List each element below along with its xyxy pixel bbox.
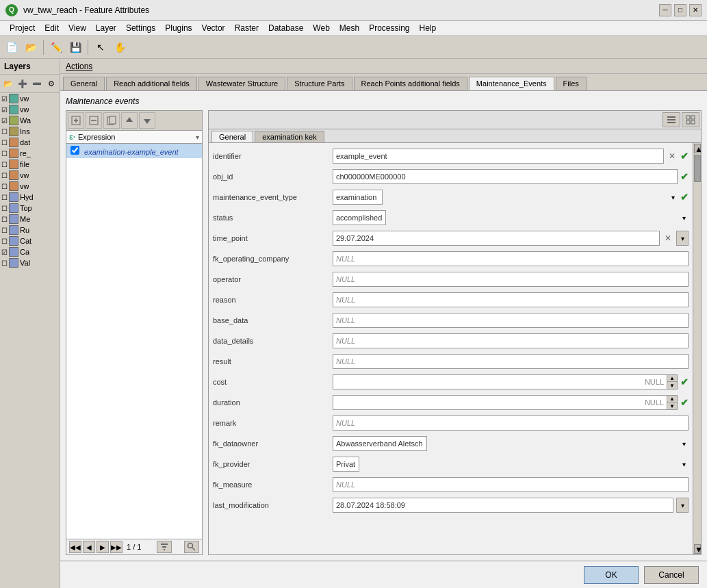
input-result[interactable] xyxy=(333,354,689,369)
layer-check-11[interactable]: ☐ xyxy=(1,216,8,223)
new-file-button[interactable]: 📄 xyxy=(3,38,21,56)
remove-record-button[interactable] xyxy=(86,112,102,129)
expression-bar[interactable]: ε· Expression ▾ xyxy=(66,131,202,144)
scrollbar[interactable]: ▲ ▼ xyxy=(693,143,701,554)
layer-check-13[interactable]: ☐ xyxy=(1,238,8,245)
pencil-button[interactable]: ✏️ xyxy=(47,38,65,56)
layer-item-7[interactable]: ☐ vw xyxy=(0,170,60,181)
clear-identifier-button[interactable]: ✕ xyxy=(667,151,678,162)
layer-item-3[interactable]: ☐ Ins xyxy=(0,126,60,137)
nav-search-button[interactable] xyxy=(184,541,199,553)
duration-increment-button[interactable]: ▲ xyxy=(667,396,677,402)
input-base-data[interactable] xyxy=(333,313,689,328)
nav-first-button[interactable]: ◀◀ xyxy=(69,541,81,553)
ok-button[interactable]: OK xyxy=(584,566,639,584)
layer-item-1[interactable]: ☑ vw xyxy=(0,104,60,115)
layer-item-11[interactable]: ☐ Me xyxy=(0,214,60,225)
inner-tab-examination-kek[interactable]: examination kek xyxy=(255,131,324,142)
layer-check-4[interactable]: ☐ xyxy=(1,139,8,146)
cancel-button[interactable]: Cancel xyxy=(644,566,699,584)
clear-time-point-button[interactable]: ✕ xyxy=(663,233,673,244)
layer-check-2[interactable]: ☑ xyxy=(1,117,8,125)
menu-view[interactable]: View xyxy=(64,23,90,34)
close-button[interactable]: ✕ xyxy=(689,4,702,16)
tab-wastewater-structure[interactable]: Wastewater Structure xyxy=(198,77,285,90)
scroll-up-button[interactable]: ▲ xyxy=(694,144,701,153)
layer-item-5[interactable]: ☐ re_ xyxy=(0,148,60,159)
duplicate-record-button[interactable] xyxy=(103,112,120,129)
tab-reach-points-additional[interactable]: Reach Points additional fields xyxy=(354,77,467,90)
cost-decrement-button[interactable]: ▼ xyxy=(667,382,677,389)
layer-open-button[interactable]: 📂 xyxy=(1,76,15,91)
input-time-point[interactable] xyxy=(333,231,660,246)
input-fk-operating-company[interactable] xyxy=(333,251,689,266)
menu-project[interactable]: Project xyxy=(5,23,39,34)
layer-check-8[interactable]: ☐ xyxy=(1,183,8,190)
window-controls[interactable]: ─ □ ✕ xyxy=(659,4,702,16)
check-duration[interactable]: ✔ xyxy=(680,397,689,408)
move-up-button[interactable] xyxy=(121,112,138,129)
tab-files[interactable]: Files xyxy=(556,77,587,90)
tab-general[interactable]: General xyxy=(63,77,105,90)
layer-check-0[interactable]: ☑ xyxy=(1,95,8,103)
layer-item-9[interactable]: ☐ Hyd xyxy=(0,192,60,203)
layer-item-12[interactable]: ☐ Ru xyxy=(0,225,60,235)
select-fk-dataowner[interactable]: Abwasserverband Aletsch xyxy=(333,436,427,451)
layer-check-6[interactable]: ☐ xyxy=(1,161,8,168)
menu-mesh[interactable]: Mesh xyxy=(335,23,363,34)
select-fk-provider[interactable]: Privat xyxy=(333,457,359,472)
actions-link[interactable]: Actions xyxy=(66,62,92,71)
layer-check-10[interactable]: ☐ xyxy=(1,205,8,212)
check-maintenance-event-type[interactable]: ✔ xyxy=(680,192,689,203)
menu-plugins[interactable]: Plugins xyxy=(161,23,196,34)
layer-remove-button[interactable]: ➖ xyxy=(30,76,44,91)
nav-last-button[interactable]: ▶▶ xyxy=(110,541,123,553)
input-data-details[interactable] xyxy=(333,333,689,348)
check-obj-id[interactable]: ✔ xyxy=(680,171,689,182)
layer-settings-button[interactable]: ⚙ xyxy=(44,76,58,91)
input-duration[interactable] xyxy=(333,396,667,409)
layer-item-15[interactable]: ☐ Val xyxy=(0,257,60,268)
layer-item-4[interactable]: ☐ dat xyxy=(0,137,60,148)
layer-item-10[interactable]: ☐ Top xyxy=(0,203,60,214)
input-obj-id[interactable] xyxy=(333,169,678,184)
move-down-button[interactable] xyxy=(139,112,155,129)
nav-prev-button[interactable]: ◀ xyxy=(83,541,95,553)
add-record-button[interactable] xyxy=(68,112,84,129)
menu-web[interactable]: Web xyxy=(309,23,333,34)
duration-decrement-button[interactable]: ▼ xyxy=(667,402,677,409)
list-view-btn[interactable] xyxy=(663,112,680,127)
grid-view-btn[interactable] xyxy=(682,112,699,127)
tab-reach-additional[interactable]: Reach additional fields xyxy=(106,77,197,90)
layer-item-6[interactable]: ☐ file xyxy=(0,159,60,170)
layer-check-14[interactable]: ☑ xyxy=(1,248,8,256)
menu-edit[interactable]: Edit xyxy=(40,23,63,34)
cursor-button[interactable]: ↖ xyxy=(92,38,110,56)
select-status[interactable]: accomplished planned other xyxy=(333,210,386,225)
layer-item-14[interactable]: ☑ Ca xyxy=(0,246,60,257)
scroll-thumb[interactable] xyxy=(694,155,701,182)
select-maintenance-event-type[interactable]: examination maintenance other xyxy=(333,190,383,205)
layer-item-8[interactable]: ☐ vw xyxy=(0,181,60,192)
layer-check-3[interactable]: ☐ xyxy=(1,128,8,136)
list-item-checkbox[interactable] xyxy=(70,146,79,155)
input-reason[interactable] xyxy=(333,292,689,307)
tab-maintenance-events[interactable]: Maintenance_Events xyxy=(469,77,554,90)
date-picker-button[interactable]: ▾ xyxy=(676,231,689,246)
layer-check-15[interactable]: ☐ xyxy=(1,259,8,267)
open-file-button[interactable]: 📂 xyxy=(22,38,40,56)
layer-check-12[interactable]: ☐ xyxy=(1,227,8,234)
input-cost[interactable] xyxy=(333,375,667,389)
layer-check-1[interactable]: ☑ xyxy=(1,106,8,114)
nav-filter-button[interactable] xyxy=(157,541,172,553)
input-last-modification[interactable] xyxy=(333,498,673,513)
layer-item-0[interactable]: ☑ vw xyxy=(0,93,60,104)
input-fk-measure[interactable] xyxy=(333,477,689,492)
input-operator[interactable] xyxy=(333,272,689,287)
last-mod-dropdown-button[interactable]: ▾ xyxy=(676,498,689,513)
menu-help[interactable]: Help xyxy=(415,23,441,34)
menu-processing[interactable]: Processing xyxy=(365,23,413,34)
menu-database[interactable]: Database xyxy=(264,23,307,34)
scroll-down-button[interactable]: ▼ xyxy=(694,544,701,554)
nav-next-button[interactable]: ▶ xyxy=(97,541,109,553)
